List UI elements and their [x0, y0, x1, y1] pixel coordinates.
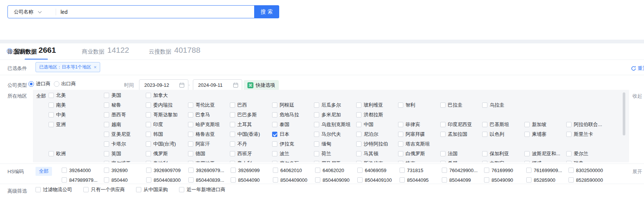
country-巴基斯坦[interactable]: 巴基斯坦	[482, 122, 509, 128]
checkbox-unchecked-icon[interactable]	[314, 161, 319, 162]
company-type-radio-出口商[interactable]: 出口商	[54, 80, 76, 87]
checkbox-unchecked-icon[interactable]	[146, 151, 151, 156]
country-中国[interactable]: 中国	[356, 122, 373, 128]
checkbox-unchecked-icon[interactable]	[188, 168, 194, 173]
checkbox-unchecked-icon[interactable]	[188, 112, 193, 117]
region-group-南美[interactable]: 南美	[49, 102, 66, 108]
tab-cloud-data[interactable]: 云搜数据	[149, 48, 171, 55]
checkbox-unchecked-icon[interactable]	[146, 161, 151, 162]
region-scrollbar-thumb[interactable]	[623, 92, 625, 135]
country-哥斯达黎加[interactable]: 哥斯达黎加	[146, 112, 178, 118]
checkbox-unchecked-icon[interactable]	[273, 177, 278, 183]
country-新加坡[interactable]: 新加坡	[524, 122, 546, 128]
country-斯洛伐克[interactable]: 斯洛伐克	[356, 160, 383, 162]
country-格鲁吉亚[interactable]: 格鲁吉亚	[188, 131, 215, 137]
checkbox-unchecked-icon[interactable]	[314, 102, 319, 108]
hs-code-847989979...[interactable]: 847989979...	[62, 177, 98, 183]
checkbox-unchecked-icon[interactable]	[356, 151, 361, 156]
country-巴西[interactable]: 巴西	[230, 102, 247, 108]
checkbox-unchecked-icon[interactable]	[314, 151, 319, 156]
checkbox-unchecked-icon[interactable]	[146, 168, 151, 173]
hs-code-8528590000[interactable]: 8528590000	[568, 177, 603, 183]
country-缅甸[interactable]: 缅甸	[314, 141, 331, 147]
checkbox-unchecked-icon[interactable]	[356, 161, 361, 162]
checkbox-unchecked-icon[interactable]	[482, 122, 487, 127]
country-孟加拉国[interactable]: 孟加拉国	[440, 131, 467, 137]
country-爱尔兰[interactable]: 爱尔兰	[566, 151, 588, 157]
country-尼泊尔[interactable]: 尼泊尔	[356, 131, 378, 137]
checkbox-unchecked-icon[interactable]	[136, 187, 141, 192]
hs-code-39264000[interactable]: 39264000	[62, 167, 91, 173]
checkbox-unchecked-icon[interactable]	[398, 102, 403, 108]
checkbox-unchecked-icon[interactable]	[272, 112, 277, 117]
hs-code-761699909...[interactable]: 761699909...	[526, 167, 562, 173]
hs-code-8302500000[interactable]: 8302500000	[568, 167, 603, 173]
date-to-input[interactable]: 2024-09-11	[193, 79, 242, 91]
checkbox-unchecked-icon[interactable]	[314, 141, 319, 147]
checkbox-unchecked-icon[interactable]	[400, 168, 405, 173]
country-柬埔寨[interactable]: 柬埔寨	[524, 131, 546, 137]
checkbox-unchecked-icon[interactable]	[146, 177, 151, 183]
checkbox-unchecked-icon[interactable]	[188, 177, 194, 183]
checkbox-unchecked-icon[interactable]	[440, 132, 446, 137]
hs-code-850440839...[interactable]: 850440839...	[188, 177, 224, 183]
checkbox-unchecked-icon[interactable]	[357, 168, 363, 173]
country-亚美尼亚[interactable]: 亚美尼亚	[104, 131, 131, 137]
checkbox-unchecked-icon[interactable]	[314, 132, 319, 137]
country-俄罗斯[interactable]: 俄罗斯	[146, 151, 168, 157]
checkbox-unchecked-icon[interactable]	[146, 112, 151, 117]
tab-business-data[interactable]: 商业数据	[82, 48, 104, 55]
checkbox-unchecked-icon[interactable]	[482, 132, 487, 137]
hs-code-3926909709[interactable]: 3926909709	[146, 167, 181, 173]
country-塔吉克斯坦[interactable]: 塔吉克斯坦	[398, 141, 430, 147]
country-泰国[interactable]: 泰国	[272, 122, 289, 128]
country-波兰[interactable]: 波兰	[272, 151, 289, 157]
checkbox-unchecked-icon[interactable]	[188, 161, 193, 162]
country-巴拉圭[interactable]: 巴拉圭	[440, 102, 462, 108]
advanced-option-从中国采购[interactable]: 从中国采购	[136, 187, 168, 193]
country-西班牙[interactable]: 西班牙	[230, 151, 252, 157]
hs-all-link[interactable]: 全部	[36, 167, 52, 176]
region-all-link[interactable]: 全部	[36, 93, 46, 100]
checkbox-unchecked-icon[interactable]	[230, 112, 235, 117]
country-希腊[interactable]: 希腊	[440, 160, 457, 162]
country-土耳其[interactable]: 土耳其	[230, 122, 252, 128]
checkbox-unchecked-icon[interactable]	[188, 132, 193, 137]
checkbox-unchecked-icon[interactable]	[104, 102, 109, 108]
checkbox-unchecked-icon[interactable]	[440, 102, 446, 108]
country-阿富汗[interactable]: 阿富汗	[188, 141, 210, 147]
country-瑞典[interactable]: 瑞典	[566, 160, 583, 162]
checkbox-unchecked-icon[interactable]	[272, 141, 277, 147]
checkbox-unchecked-icon[interactable]	[356, 132, 361, 137]
country-多米尼加[interactable]: 多米尼加	[314, 112, 341, 118]
selected-region-tag[interactable]: 已选地区：日本等1个地区 ×	[36, 62, 100, 72]
country-意大利[interactable]: 意大利	[230, 160, 252, 162]
checkbox-unchecked-icon[interactable]	[230, 132, 235, 137]
checkbox-unchecked-icon[interactable]	[568, 177, 574, 183]
checkbox-unchecked-icon[interactable]	[526, 177, 531, 183]
country-白俄罗斯[interactable]: 白俄罗斯	[398, 151, 425, 157]
country-英国[interactable]: 英国	[104, 151, 121, 157]
region-group-亚洲[interactable]: 亚洲	[49, 122, 66, 128]
checkbox-unchecked-icon[interactable]	[356, 141, 361, 147]
checkbox-unchecked-icon[interactable]	[146, 141, 151, 147]
checkbox-unchecked-icon[interactable]	[231, 177, 236, 183]
hs-code-8504408300[interactable]: 8504408300	[146, 177, 181, 183]
advanced-option-只有一个供应商[interactable]: 只有一个供应商	[83, 187, 125, 193]
reset-button[interactable]: 重置	[631, 65, 644, 72]
country-哥伦比亚[interactable]: 哥伦比亚	[188, 102, 215, 108]
checkbox-unchecked-icon[interactable]	[398, 161, 403, 162]
country-巴巴多斯[interactable]: 巴巴多斯	[230, 112, 257, 118]
search-button[interactable]: 搜 索	[254, 5, 279, 18]
checkbox-unchecked-icon[interactable]	[188, 102, 193, 108]
country-印度[interactable]: 印度	[146, 122, 163, 128]
checkbox-unchecked-icon[interactable]	[230, 141, 235, 147]
checkbox-unchecked-icon[interactable]	[104, 122, 109, 127]
country-巴拿马[interactable]: 巴拿马	[188, 112, 210, 118]
checkbox-unchecked-icon[interactable]	[179, 187, 184, 192]
checkbox-unchecked-icon[interactable]	[230, 102, 235, 108]
checkbox-unchecked-icon[interactable]	[146, 102, 151, 108]
checkbox-unchecked-icon[interactable]	[146, 132, 151, 137]
country-中国(台湾)[interactable]: 中国(台湾)	[146, 141, 176, 147]
checkbox-unchecked-icon[interactable]	[188, 151, 193, 156]
